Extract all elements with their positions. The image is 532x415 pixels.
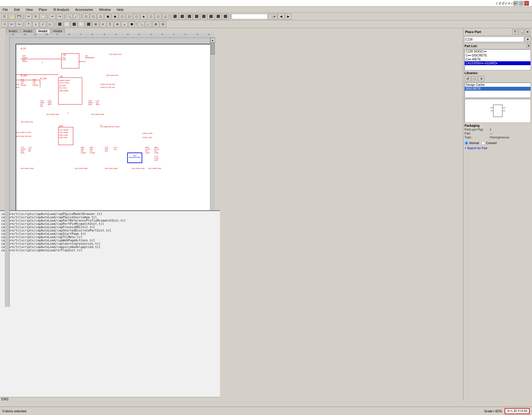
tb-b20[interactable]: ⬛: [222, 14, 229, 20]
maximize-button[interactable]: □: [519, 1, 524, 6]
tb2-b4[interactable]: ▷: [47, 21, 53, 27]
tb2-b2[interactable]: ⇣: [32, 21, 39, 27]
part-item-1[interactable]: C228 3/DISC•••: [465, 50, 530, 53]
tb2-b9[interactable]: ⬛: [85, 21, 92, 27]
lib-item-design-cache[interactable]: Design Cache: [465, 83, 530, 87]
part-search-input[interactable]: [464, 37, 524, 42]
tb2-b5[interactable]: ⬛: [56, 21, 63, 27]
tb-b11[interactable]: ◻: [155, 14, 161, 20]
tb-open[interactable]: 📂: [8, 14, 15, 20]
tb2-undo[interactable]: ↩: [8, 21, 15, 27]
tb-paste[interactable]: 📋: [40, 14, 46, 20]
convert-radio[interactable]: [481, 141, 485, 145]
tb-new[interactable]: 🗋: [1, 14, 8, 20]
tb-undo[interactable]: ↩: [49, 14, 56, 20]
tb-b4[interactable]: ▣: [104, 14, 111, 20]
tb2-redo[interactable]: ↪: [16, 21, 22, 27]
tb-cut[interactable]: ✂: [25, 14, 32, 20]
filter-button[interactable]: ▼: [525, 37, 531, 42]
convert-option[interactable]: Convert: [481, 141, 497, 145]
tb-redo[interactable]: ↪: [56, 14, 63, 20]
tb2-b16[interactable]: 🔍: [138, 21, 145, 27]
tb-b6[interactable]: ◻: [119, 14, 125, 20]
part-item-3[interactable]: C••• •RETE: [465, 57, 530, 61]
place-part-header: Place Part ? 🔍 ✕: [463, 28, 532, 36]
tb-b2[interactable]: ◻: [90, 14, 97, 20]
tb-b18[interactable]: ⬛: [208, 14, 214, 20]
tab-page3[interactable]: PAGE3: [36, 29, 50, 33]
tb-b14[interactable]: ⬛: [179, 14, 185, 20]
panel-close-icon[interactable]: ✕: [525, 29, 530, 35]
part-item-4[interactable]: CA1S309V••• •GUARD•: [465, 61, 530, 65]
session-log[interactable]: capture/tclscripts/capAutoLoad/capPSpice…: [0, 210, 220, 402]
tb2-b1[interactable]: ⇡: [25, 21, 32, 27]
conversion-options: Normal Convert: [463, 140, 532, 146]
scroll-thumb-v[interactable]: [211, 43, 215, 55]
tb2-b7[interactable]: ⬛: [71, 21, 77, 27]
tb2-b15[interactable]: ⬟: [128, 21, 135, 27]
tb-b16[interactable]: ⬛: [193, 14, 200, 20]
tb2-b6[interactable]: ⬜: [64, 21, 70, 27]
sch-c71: C71100nF25V20%: [21, 147, 26, 154]
tb2-b13[interactable]: ⊕: [114, 21, 121, 27]
part-list-filter-icon[interactable]: ▼: [527, 44, 531, 48]
tb-b15[interactable]: ⬛: [186, 14, 193, 20]
tb-b12[interactable]: ◻: [162, 14, 169, 20]
tb-save[interactable]: 💾: [16, 14, 22, 20]
tab-page1[interactable]: PAGE1: [6, 29, 20, 33]
tb-b19[interactable]: ⬛: [215, 14, 221, 20]
menu-window[interactable]: Window: [98, 8, 112, 12]
sch-iso-can2-gnd-bot-5: ISO CAN2 GND: [148, 168, 161, 169]
tab-page2[interactable]: PAGE2: [21, 29, 35, 33]
normal-option[interactable]: Normal: [464, 141, 479, 145]
tb-zoom-in[interactable]: 🔍: [66, 14, 73, 20]
tb-b3[interactable]: ◻: [97, 14, 104, 20]
normal-radio[interactable]: [464, 141, 468, 145]
tb-search-go[interactable]: 🔍▾: [268, 14, 277, 20]
menu-accessories[interactable]: Accessories: [74, 8, 94, 12]
tb-b17[interactable]: ⬛: [200, 14, 207, 20]
tb-b22[interactable]: ▶: [285, 14, 292, 20]
part-list-header: Part List: ▼: [463, 43, 532, 49]
menu-edit[interactable]: Edit: [13, 8, 21, 12]
scroll-up-button[interactable]: ▲: [210, 38, 215, 43]
tb-b7[interactable]: ◻: [126, 14, 133, 20]
tb2-b12[interactable]: Σ: [107, 21, 113, 27]
close-button[interactable]: ✕: [524, 1, 529, 6]
tb-b13[interactable]: ⬛: [172, 14, 178, 20]
menu-file[interactable]: File: [2, 8, 9, 12]
lib-close-button[interactable]: ✕: [478, 76, 484, 81]
tab-page4[interactable]: PAGE4: [51, 29, 65, 33]
tb-copy[interactable]: ⎘: [32, 14, 39, 20]
tb2-b11[interactable]: ≡: [100, 21, 106, 27]
tb2-b8[interactable]: ⬜: [78, 21, 85, 27]
tb-b21[interactable]: ◀: [278, 14, 284, 20]
tb-zoom-out[interactable]: 🔎: [73, 14, 80, 20]
tb2-b19[interactable]: ⊟: [160, 21, 166, 27]
part-item-2[interactable]: C••• DISCRETE: [465, 53, 530, 57]
lib-refresh-button[interactable]: ↺: [464, 76, 470, 81]
tb-b8[interactable]: ◻: [133, 14, 140, 20]
lib-item-discrete[interactable]: DISCRETE: [465, 87, 530, 91]
tb2-b17[interactable]: 🔎: [145, 21, 152, 27]
panel-help-icon[interactable]: ?: [512, 29, 518, 35]
tb2-b10[interactable]: ⊞: [92, 21, 99, 27]
menu-place[interactable]: Place: [38, 8, 48, 12]
tb-b5[interactable]: ◉: [112, 14, 118, 20]
menu-si[interactable]: SI Analysis: [52, 8, 71, 12]
tb-b9[interactable]: ◈: [140, 14, 147, 20]
menu-help[interactable]: Help: [116, 8, 125, 12]
tb-b1[interactable]: ◻: [83, 14, 89, 20]
menu-view[interactable]: View: [25, 8, 34, 12]
tb2-b18[interactable]: ⊞: [152, 21, 159, 27]
tb-b10[interactable]: ◻: [148, 14, 154, 20]
toolbar-search-input[interactable]: [232, 14, 268, 19]
tb2-b3[interactable]: ⤢: [40, 21, 46, 27]
tb2-escape[interactable]: ✕: [1, 21, 8, 27]
tb2-b14[interactable]: ⟁: [121, 21, 128, 27]
panel-info-icon[interactable]: 🔍: [518, 29, 524, 35]
part-list[interactable]: C228 3/DISC••• C••• DISCRETE C••• •RETE …: [464, 49, 531, 70]
library-list[interactable]: Design Cache DISCRETE: [464, 83, 531, 98]
lib-expand-button[interactable]: □: [471, 76, 477, 81]
search-for-part-link[interactable]: + Search for Part: [463, 146, 532, 150]
